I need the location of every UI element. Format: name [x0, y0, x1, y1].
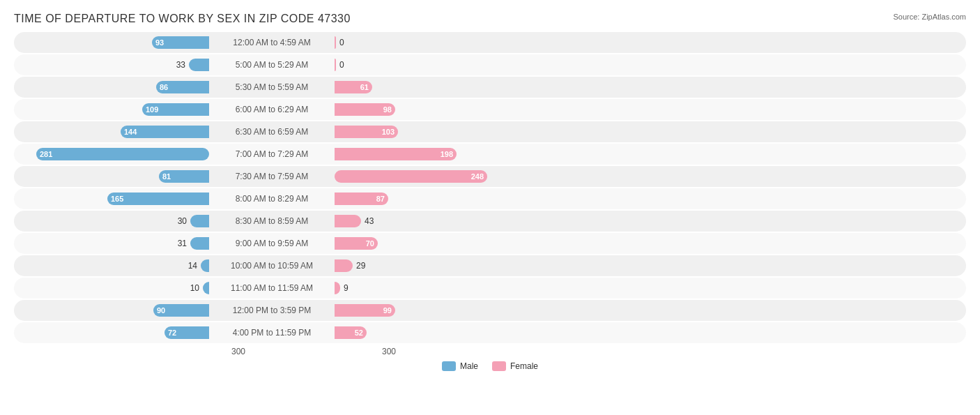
chart-row: 31 9:00 AM to 9:59 AM 70	[14, 233, 966, 254]
female-value: 0	[336, 38, 344, 47]
female-bar	[335, 282, 340, 294]
male-bar: 90	[153, 304, 209, 317]
left-bar-area: 281	[14, 148, 209, 160]
left-bar-area: 93	[14, 36, 209, 49]
male-bar	[189, 59, 209, 71]
male-bar	[203, 282, 209, 294]
male-bar: 165	[107, 193, 209, 205]
time-label: 6:00 AM to 6:29 AM	[209, 105, 335, 114]
time-label: 11:00 AM to 11:59 AM	[209, 283, 335, 293]
right-bar-area: 99	[335, 304, 530, 317]
left-bar-area: 165	[14, 193, 209, 205]
female-bar: 70	[335, 237, 378, 250]
left-bar-area: 86	[14, 81, 209, 93]
time-label: 5:30 AM to 5:59 AM	[209, 82, 335, 92]
source-text: Source: ZipAtlas.com	[893, 13, 966, 21]
chart-row: 109 6:00 AM to 6:29 AM 98	[14, 99, 966, 120]
male-bar: 281	[36, 148, 209, 160]
right-bar-area: 61	[335, 81, 530, 93]
female-bar	[335, 215, 361, 227]
female-bar: 99	[335, 304, 395, 317]
right-bar-area: 0	[335, 36, 530, 49]
male-value: 30	[178, 216, 190, 226]
time-label: 5:00 AM to 5:29 AM	[209, 60, 335, 70]
right-bar-area: 70	[335, 237, 530, 250]
chart-row: 165 8:00 AM to 8:29 AM 87	[14, 188, 966, 209]
right-bar-area: 87	[335, 193, 530, 205]
male-bar: 109	[142, 103, 209, 116]
female-bar: 198	[335, 148, 457, 160]
time-label: 7:00 AM to 7:29 AM	[209, 149, 335, 159]
female-value: 43	[361, 216, 374, 226]
male-bar	[190, 215, 209, 227]
time-label: 12:00 AM to 4:59 AM	[209, 38, 335, 47]
male-value: 109	[142, 105, 158, 114]
chart-container: TIME OF DEPARTURE TO WORK BY SEX IN ZIP …	[0, 0, 980, 415]
male-value: 72	[164, 329, 176, 337]
chart-row: 14 10:00 AM to 10:59 AM 29	[14, 255, 966, 276]
time-label: 10:00 AM to 10:59 AM	[209, 261, 335, 271]
female-value: 9	[340, 283, 349, 293]
left-bar-area: 10	[14, 282, 209, 294]
female-bar	[335, 259, 353, 272]
female-value: 70	[366, 239, 378, 248]
male-bar: 81	[159, 170, 209, 183]
chart-row: 30 8:30 AM to 8:59 AM 43	[14, 211, 966, 232]
chart-title: TIME OF DEPARTURE TO WORK BY SEX IN ZIP …	[14, 13, 966, 25]
male-value: 93	[152, 38, 164, 47]
female-value: 29	[353, 261, 365, 271]
left-bar-area: 144	[14, 126, 209, 138]
chart-row: 144 6:30 AM to 6:59 AM 103	[14, 121, 966, 142]
legend: Male Female	[14, 361, 966, 371]
male-bar	[190, 237, 209, 250]
male-value: 81	[159, 172, 171, 181]
right-bar-area: 103	[335, 126, 530, 138]
chart-row: 81 7:30 AM to 7:59 AM 248	[14, 166, 966, 187]
female-value: 198	[441, 150, 457, 158]
male-value: 86	[156, 83, 168, 91]
legend-male-label: Male	[460, 361, 478, 371]
male-value: 90	[153, 306, 165, 315]
female-bar: 98	[335, 103, 395, 116]
male-bar: 93	[152, 36, 209, 49]
time-label: 8:30 AM to 8:59 AM	[209, 216, 335, 226]
left-bar-area: 30	[14, 215, 209, 227]
female-value: 87	[376, 195, 388, 203]
chart-row: 10 11:00 AM to 11:59 AM 9	[14, 278, 966, 299]
right-bar-area: 198	[335, 148, 530, 160]
left-bar-area: 33	[14, 59, 209, 71]
chart-row: 281 7:00 AM to 7:29 AM 198	[14, 144, 966, 165]
male-value: 31	[178, 239, 190, 248]
female-bar: 61	[335, 81, 372, 93]
male-value: 165	[107, 195, 123, 203]
axis-row: 300 300	[14, 345, 966, 359]
male-bar: 86	[156, 81, 209, 93]
chart-row: 93 12:00 AM to 4:59 AM 0	[14, 32, 966, 53]
right-bar-area: 52	[335, 326, 530, 339]
left-bar-area: 81	[14, 170, 209, 183]
female-bar: 87	[335, 193, 388, 205]
male-bar	[201, 259, 209, 272]
female-value: 99	[383, 306, 395, 315]
time-label: 9:00 AM to 9:59 AM	[209, 239, 335, 248]
time-label: 6:30 AM to 6:59 AM	[209, 127, 335, 137]
male-value: 144	[121, 128, 137, 136]
time-label: 8:00 AM to 8:29 AM	[209, 194, 335, 204]
chart-row: 33 5:00 AM to 5:29 AM 0	[14, 54, 966, 75]
female-value: 248	[471, 172, 487, 181]
right-bar-area: 248	[335, 170, 530, 183]
right-bar-area: 98	[335, 103, 530, 116]
chart-area: 93 12:00 AM to 4:59 AM 0 33 5:00 AM to 5…	[14, 32, 966, 343]
legend-female-label: Female	[510, 361, 538, 371]
right-bar-area: 43	[335, 215, 530, 227]
legend-female: Female	[492, 361, 538, 371]
legend-male-box	[442, 361, 456, 371]
female-bar: 248	[335, 170, 487, 183]
female-value: 61	[360, 83, 372, 91]
female-bar: 103	[335, 126, 398, 138]
legend-male: Male	[442, 361, 478, 371]
male-value: 33	[176, 60, 189, 70]
left-bar-area: 109	[14, 103, 209, 116]
right-bar-area: 9	[335, 282, 530, 294]
female-bar: 52	[335, 326, 367, 339]
